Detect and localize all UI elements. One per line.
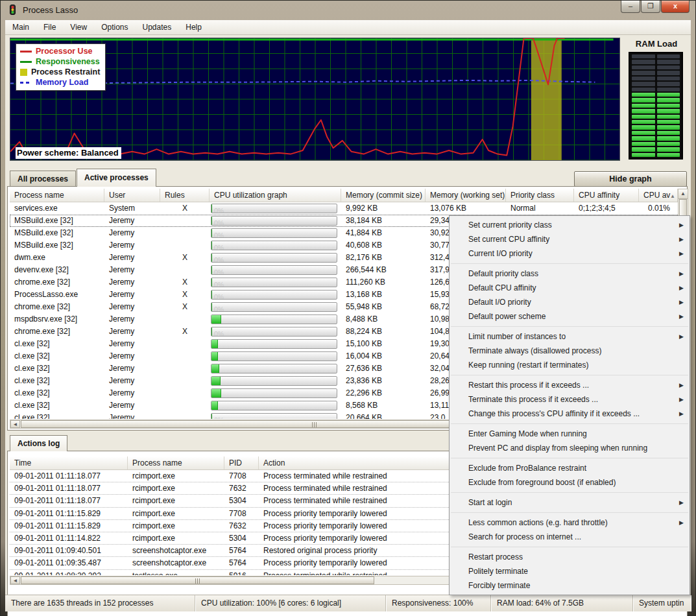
tab-all-processes[interactable]: All processes <box>10 171 76 186</box>
context-menu-item-restart-this-process-if-it-exceeds[interactable]: Restart this process if it exceeds ...▶ <box>450 378 690 392</box>
context-menu-item-search-for-process-on-internet[interactable]: Search for process on internet ... <box>450 530 690 544</box>
context-menu-item-politely-terminate[interactable]: Politely terminate <box>450 564 690 578</box>
menu-separator <box>451 375 688 375</box>
cpu-bar-fill <box>211 340 218 348</box>
process-name-cell: rcimport.exe <box>128 532 224 544</box>
user-cell: Jeremy <box>104 227 160 239</box>
column-header-cpu-utilization-graph[interactable]: CPU utilization graph <box>210 189 341 202</box>
context-menu-item-default-power-scheme[interactable]: Default power scheme▶ <box>450 309 690 324</box>
ram-segment <box>632 60 680 64</box>
context-menu-item-restart-process[interactable]: Restart process <box>450 550 690 564</box>
column-header-memory-commit-size-[interactable]: Memory (commit size) <box>341 189 426 202</box>
scroll-up-icon[interactable]: ▲ <box>678 189 688 199</box>
cpu-bar-label: 0% <box>214 217 224 226</box>
cpu-utilization-cell: 0% <box>210 301 341 313</box>
process-name-cell: mspdbsrv.exe [32] <box>10 313 104 326</box>
submenu-arrow-icon: ▶ <box>679 515 684 530</box>
log-column-header-process-name[interactable]: Process name <box>128 456 224 469</box>
cpu-bar <box>211 401 337 410</box>
titlebar[interactable]: Process Lasso – ❐ x <box>1 1 695 20</box>
menu-item-main[interactable]: Main <box>5 21 36 34</box>
log-column-header-time[interactable]: Time <box>10 456 128 469</box>
status-panel-3: RAM load: 64% of 7.5GB <box>491 595 633 611</box>
cpu-bar-label: 0% <box>214 230 224 238</box>
ram-cell <box>632 60 655 64</box>
context-menu-item-terminate-this-process-if-it-exceeds[interactable]: Terminate this process if it exceeds ...… <box>450 392 690 407</box>
context-menu-item-change-this-process-s-cpu-affinity-if-it-exceeds[interactable]: Change this process's CPU affinity if it… <box>450 407 690 421</box>
hide-graph-button[interactable]: Hide graph <box>574 171 687 187</box>
cpu-utilization-cell: 0% <box>210 215 341 227</box>
maximize-button[interactable]: ❐ <box>641 1 660 13</box>
context-menu-item-exclude-from-probalance-restraint[interactable]: Exclude from ProBalance restraint <box>450 461 690 475</box>
column-header-user[interactable]: User <box>104 189 160 202</box>
cpu-utilization-cell <box>210 338 341 350</box>
process-row[interactable]: services.exeSystemX0%9,992 KB13,076 KBNo… <box>10 202 678 215</box>
context-menu-item-terminate-always-disallowed-process[interactable]: Terminate always (disallowed process) <box>450 344 690 358</box>
context-menu-item-set-current-priority-class[interactable]: Set current priority class▶ <box>450 218 690 232</box>
menu-item-view[interactable]: View <box>63 21 94 34</box>
submenu-arrow-icon: ▶ <box>679 218 684 232</box>
ram-cell <box>632 82 655 86</box>
column-header-cpu-av[interactable]: CPU av▲ <box>639 189 678 202</box>
cpu-bar <box>211 351 337 361</box>
memory-commit-cell: 88,224 KB <box>341 326 426 338</box>
sort-ascending-icon: ▲ <box>670 190 675 202</box>
scroll-left-icon[interactable]: ◄ <box>10 420 20 428</box>
pid-cell: 5764 <box>224 557 259 569</box>
ram-segment <box>632 120 680 124</box>
context-menu-item-less-common-actions-e-g-hard-throttle[interactable]: Less common actions (e.g. hard throttle)… <box>450 515 690 530</box>
process-name-cell: cl.exe [32] <box>10 362 104 375</box>
context-menu-item-keep-running-restart-if-terminates[interactable]: Keep running (restart if terminates) <box>450 358 690 372</box>
memory-commit-cell: 82,176 KB <box>341 252 426 264</box>
rules-cell <box>160 239 210 252</box>
ram-segment <box>632 153 680 157</box>
process-name-cell: services.exe <box>10 202 104 215</box>
menu-item-help[interactable]: Help <box>178 21 209 34</box>
column-header-cpu-affinity[interactable]: CPU affinity <box>574 189 639 202</box>
column-header-process-name[interactable]: Process name <box>10 189 104 202</box>
close-button[interactable]: x <box>661 1 690 13</box>
menu-item-updates[interactable]: Updates <box>136 21 179 34</box>
cpu-bar-label: 0% <box>214 254 224 263</box>
context-menu-item-set-current-cpu-affinity[interactable]: Set current CPU affinity▶ <box>450 232 690 246</box>
time-cell: 09-01-2011 01:11:15.829 <box>10 520 128 532</box>
legend-label: Memory Load <box>36 78 88 87</box>
minimize-button[interactable]: – <box>621 1 640 13</box>
tab-actions-log[interactable]: Actions log <box>10 435 67 451</box>
cpu-bar: 0% <box>211 327 337 337</box>
scroll-left-icon[interactable]: ◄ <box>10 576 20 584</box>
tab-active-processes[interactable]: Active processes <box>77 169 156 187</box>
column-header-priority-class[interactable]: Priority class <box>506 189 574 202</box>
context-menu-item-prevent-pc-and-display-from-sleeping-when-running[interactable]: Prevent PC and display from sleeping whe… <box>450 441 690 455</box>
context-menu-item-exclude-from-foreground-boost-if-enabled[interactable]: Exclude from foreground boost (if enable… <box>450 475 690 490</box>
context-menu-item-enter-gaming-mode-when-running[interactable]: Enter Gaming Mode when running <box>450 427 690 441</box>
context-menu-item-default-cpu-affinity[interactable]: Default CPU affinity▶ <box>450 281 690 295</box>
context-menu-item-forcibly-terminate[interactable]: Forcibly terminate <box>450 578 690 593</box>
context-menu-item-default-priority-class[interactable]: Default priority class▶ <box>450 267 690 281</box>
ram-cell <box>632 125 655 129</box>
context-menu-item-current-i-o-priority[interactable]: Current I/O priority▶ <box>450 246 690 261</box>
cpu-bar-fill <box>211 241 212 250</box>
status-panel-4: System uptin <box>633 595 691 611</box>
menu-item-options[interactable]: Options <box>94 21 135 34</box>
ram-cell <box>632 77 655 80</box>
cpu-utilization-cell <box>210 399 341 412</box>
context-menu-item-limit-number-of-instances-to[interactable]: Limit number of instances to▶ <box>450 329 690 344</box>
ram-cell <box>657 104 680 108</box>
time-cell: 09-01-2011 01:08:30.292 <box>10 570 128 576</box>
menu-item-file[interactable]: File <box>36 21 63 34</box>
cpu-bar-fill <box>211 266 212 274</box>
app-window: Process Lasso – ❐ x MainFileViewOptionsU… <box>0 0 696 616</box>
context-menu-item-default-i-o-priority[interactable]: Default I/O priority▶ <box>450 295 690 309</box>
time-cell: 09-01-2011 01:11:14.822 <box>10 532 128 544</box>
cpu-utilization-cell <box>210 387 341 399</box>
column-header-memory-working-set-[interactable]: Memory (working set) <box>426 189 506 202</box>
cpu-bar-label: 0% <box>214 328 224 337</box>
column-header-rules[interactable]: Rules <box>160 189 210 202</box>
context-menu-item-start-at-login[interactable]: Start at login▶ <box>450 495 690 510</box>
hscroll-thumb[interactable] <box>21 576 374 584</box>
cpu-bar-fill <box>211 315 221 324</box>
log-column-header-pid[interactable]: PID <box>224 456 259 469</box>
ram-cell <box>657 142 680 146</box>
cpu-bar-fill <box>211 377 221 385</box>
